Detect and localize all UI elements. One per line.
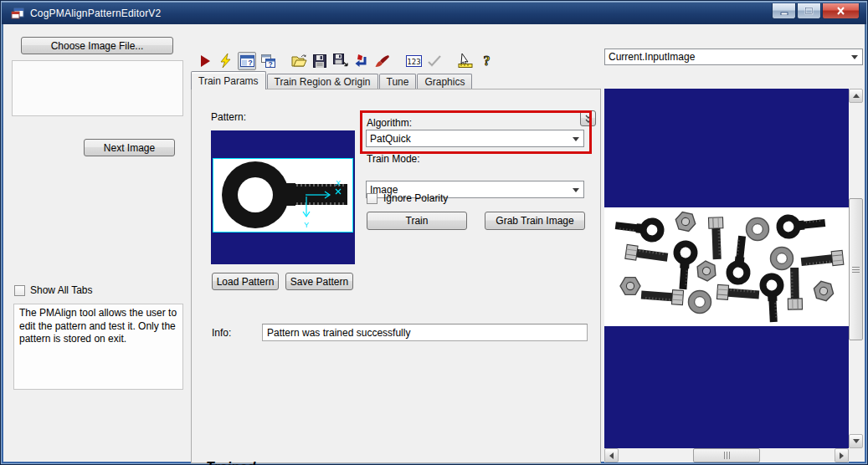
svg-text:X: X <box>336 179 341 187</box>
grab-train-image-button[interactable]: Grab Train Image <box>485 212 585 230</box>
chevron-down-icon <box>573 188 579 192</box>
input-image-display <box>604 89 849 448</box>
chevron-down-icon <box>851 55 858 59</box>
image-vertical-scrollbar[interactable] <box>849 89 863 448</box>
client-area: Choose Image File... Next Image Show All… <box>3 24 865 462</box>
tool-description-box: The PMAlign tool allows the user to edit… <box>13 304 183 390</box>
open-file-icon[interactable] <box>290 52 308 70</box>
train-mode-label: Train Mode: <box>367 153 420 165</box>
run-icon[interactable] <box>196 52 214 70</box>
svg-text:?: ? <box>248 59 253 67</box>
tab-strip: Train Params Train Region & Origin Tune … <box>191 71 473 89</box>
paintbrush-icon[interactable] <box>373 52 392 70</box>
close-button[interactable] <box>822 3 860 19</box>
svg-text:123: 123 <box>407 57 420 65</box>
svg-text:?: ? <box>268 59 272 68</box>
number-display-icon[interactable]: 123 <box>404 52 423 70</box>
pattern-image-display: X Y <box>211 130 355 264</box>
app-form-icon <box>11 7 24 20</box>
train-params-page: Pattern: <box>191 89 601 463</box>
app-window: CogPMAlignPatternEditorV2 Choose Image F… <box>0 0 868 465</box>
vertical-scroll-thumb[interactable] <box>849 198 863 340</box>
train-button[interactable]: Train <box>367 212 467 230</box>
info-textbox[interactable]: Pattern was trained successfully <box>262 324 588 341</box>
arrow-up-icon <box>853 94 860 98</box>
ignore-polarity-checkbox[interactable] <box>367 193 378 204</box>
reset-icon[interactable] <box>352 52 371 70</box>
svg-text:?: ? <box>483 54 490 68</box>
scroll-right-button[interactable] <box>835 448 849 462</box>
ruler-pointer-icon[interactable] <box>456 52 475 70</box>
horizontal-scroll-thumb[interactable] <box>693 448 760 462</box>
arrow-left-icon <box>609 452 614 459</box>
help-icon[interactable]: ? <box>477 52 496 70</box>
main-toolbar: ? ? 123 <box>196 50 498 71</box>
floating-window-icon[interactable]: ? <box>259 52 277 70</box>
electric-window-icon[interactable]: ? <box>238 52 256 70</box>
show-all-tabs-row: Show All Tabs <box>14 284 93 296</box>
eyebolt-pattern-graphic: X Y <box>213 159 352 232</box>
minimize-button[interactable] <box>772 3 796 19</box>
ignore-polarity-label: Ignore Polarity <box>383 192 448 204</box>
image-file-preview-box <box>12 60 183 116</box>
image-horizontal-scrollbar[interactable] <box>604 448 849 462</box>
expand-panel-button[interactable] <box>580 110 596 126</box>
next-image-button[interactable]: Next Image <box>84 139 175 156</box>
show-all-tabs-checkbox[interactable] <box>14 285 25 296</box>
save-pattern-button[interactable]: Save Pattern <box>285 273 353 290</box>
arrow-down-icon <box>853 439 860 443</box>
ignore-polarity-row: Ignore Polarity <box>367 192 448 204</box>
pattern-label: Pattern: <box>211 111 246 123</box>
scroll-down-button[interactable] <box>849 434 863 448</box>
info-label: Info: <box>212 327 231 339</box>
pattern-image-band: X Y <box>213 158 353 232</box>
electric-run-icon[interactable] <box>217 52 235 70</box>
save-icon[interactable] <box>311 52 329 70</box>
tab-tune[interactable]: Tune <box>379 74 417 89</box>
pen-check-disabled-icon <box>425 52 444 70</box>
show-all-tabs-label: Show All Tabs <box>30 284 93 296</box>
algorithm-dropdown[interactable]: PatQuick <box>366 130 584 147</box>
nuts-and-bolts-graphic <box>604 207 849 326</box>
maximize-button[interactable] <box>797 3 821 19</box>
chevron-down-icon <box>573 137 579 141</box>
save-as-icon[interactable] <box>331 52 350 70</box>
svg-text:Y: Y <box>304 221 309 229</box>
thumb-grip-icon <box>727 452 727 459</box>
scroll-up-button[interactable] <box>849 89 863 103</box>
pattern-editor-tabs: Train Params Train Region & Origin Tune … <box>191 71 601 463</box>
tab-train-region-origin[interactable]: Train Region & Origin <box>267 74 378 89</box>
window-title: CogPMAlignPatternEditorV2 <box>30 8 161 19</box>
arrow-right-icon <box>840 452 844 459</box>
algorithm-label: Algorithm: <box>367 117 412 129</box>
tab-graphics[interactable]: Graphics <box>417 74 472 89</box>
title-bar[interactable]: CogPMAlignPatternEditorV2 <box>2 2 866 24</box>
tab-train-params[interactable]: Train Params <box>191 71 266 89</box>
thumb-grip-icon <box>852 269 860 270</box>
scroll-left-button[interactable] <box>604 448 619 462</box>
load-pattern-button[interactable]: Load Pattern <box>212 273 279 290</box>
choose-image-file-button[interactable]: Choose Image File... <box>21 37 173 54</box>
trained-status-text: Trained <box>206 460 256 465</box>
record-selector-dropdown[interactable]: Current.InputImage <box>604 49 863 65</box>
input-image-band <box>604 207 849 326</box>
